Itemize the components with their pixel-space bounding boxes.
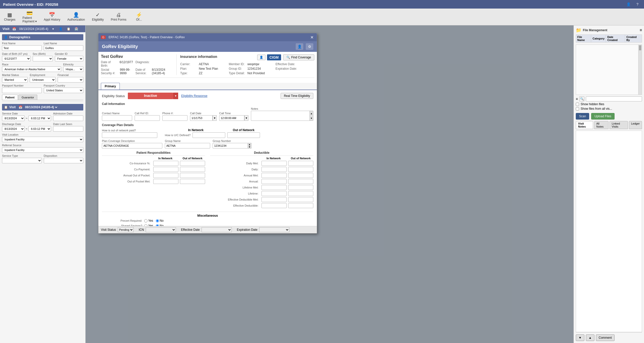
eff-date-select[interactable] (202, 227, 232, 232)
toolbar-print-forms[interactable]: 🖨 Print Forms (109, 11, 128, 22)
network-paid-input[interactable] (102, 132, 157, 138)
call-date-input[interactable] (190, 115, 213, 121)
eff-ded-out-input[interactable] (288, 203, 313, 208)
eff-ded-met-out-input[interactable] (288, 197, 313, 202)
phone-input[interactable] (162, 115, 187, 121)
toolbar-appeals[interactable]: ⚡ Of... (131, 11, 146, 22)
financial-select[interactable] (58, 77, 83, 83)
group-number-scroll[interactable]: ▲ ▼ (248, 143, 251, 148)
annual-oop-in-input[interactable] (153, 173, 178, 178)
down-button[interactable]: ▼ (576, 334, 584, 341)
precert-no-option[interactable]: No (156, 219, 164, 222)
daily-met-in-input[interactable] (261, 161, 287, 166)
gender-select[interactable]: Female (55, 56, 84, 61)
tab-patient[interactable]: Patient (2, 95, 18, 100)
show-all-visits-checkbox[interactable] (576, 107, 579, 110)
last-name-input[interactable] (44, 45, 84, 51)
lifetime-out-input[interactable] (288, 191, 313, 196)
oop-met-in-input[interactable] (153, 179, 178, 184)
help-icon[interactable]: ? (634, 2, 641, 7)
daily-out-input[interactable] (288, 167, 313, 172)
visit-status-select[interactable]: Pending (118, 227, 134, 232)
eligibility-scrollable[interactable]: Eligibility Status Inactive ▾ Eligibilit… (98, 90, 317, 226)
upload-files-button[interactable]: Upload Files (591, 113, 615, 120)
uc-out-input[interactable] (227, 132, 260, 138)
visit-icon3[interactable]: 🏥 (74, 27, 78, 31)
group-number-input[interactable] (213, 143, 248, 148)
find-coverage-button[interactable]: 🔍 Find Coverage (283, 54, 314, 60)
notes-input[interactable] (251, 111, 310, 117)
notes-tab-ledger[interactable]: Ledger (629, 121, 642, 129)
ins-user-icon[interactable]: 👤 (257, 55, 266, 60)
visit-location-select[interactable]: Inpatient Facility (2, 137, 83, 142)
service-date-from-select[interactable]: 8/13/2024 (2, 116, 25, 121)
modal-close-button[interactable]: ✕ (309, 35, 314, 40)
exp-date-select[interactable] (259, 227, 289, 232)
co-payment-out-input[interactable] (180, 167, 205, 172)
visit-icon2[interactable]: 📋 (67, 27, 70, 31)
gorev-user-icon[interactable]: 👤 (296, 43, 303, 50)
daily-met-out-input[interactable] (288, 161, 313, 166)
plan-desc-input[interactable] (102, 143, 162, 148)
notes-tab-all[interactable]: All Notes (594, 121, 609, 129)
toolbar-patient-payment[interactable]: 💳 PatientPayment ▾ (20, 10, 39, 24)
co-payment-in-input[interactable] (153, 167, 178, 172)
icn-select[interactable] (146, 227, 176, 232)
daily-in-input[interactable] (261, 167, 287, 172)
sex-select[interactable] (33, 56, 53, 61)
call-ref-input[interactable] (135, 115, 160, 121)
oop-met-out-input[interactable] (180, 179, 205, 184)
status-dropdown-button[interactable]: ▾ (173, 93, 178, 99)
notes-tab-visit[interactable]: Visit Notes (576, 121, 593, 129)
file-search-input[interactable] (586, 96, 642, 101)
marital-select[interactable]: Married (2, 77, 28, 83)
eff-ded-in-input[interactable] (261, 203, 287, 208)
up-button[interactable]: ▲ (586, 334, 594, 341)
file-mgmt-menu-icon[interactable]: ≡ (640, 28, 642, 32)
ethnicity-select[interactable]: Hispa... (63, 66, 83, 72)
precert-yes-option[interactable]: Yes (144, 219, 153, 222)
eff-ded-met-in-input[interactable] (261, 197, 287, 202)
precert-yes-radio[interactable] (144, 219, 147, 222)
uc-in-input[interactable] (193, 132, 225, 138)
call-time-dropdown[interactable]: ▾ (244, 115, 248, 121)
service-date-to-select[interactable]: 6:03:12 PM (28, 116, 51, 121)
shared-savings-no-radio[interactable] (156, 224, 159, 226)
annual-oop-out-input[interactable] (180, 173, 205, 178)
file-scrollbar[interactable] (638, 45, 642, 95)
passport-country-select[interactable]: United States (44, 88, 84, 93)
gorev-settings-icon[interactable]: ⚙ (306, 43, 313, 50)
visit-icon1[interactable]: 👤 (59, 27, 63, 31)
show-hidden-checkbox[interactable] (576, 103, 579, 106)
annual-out-input[interactable] (288, 179, 313, 184)
referral-source-select[interactable]: Inpatient Facility (2, 147, 83, 153)
dob-select[interactable]: 6/12/1977 (2, 56, 31, 61)
disposition-select[interactable] (44, 158, 84, 163)
annual-in-input[interactable] (261, 179, 287, 184)
notes-scroll[interactable]: ▲ ▼ (310, 111, 313, 121)
real-time-eligibility-button[interactable]: Real Time Eligibility (281, 93, 313, 99)
toolbar-charges[interactable]: ▦ Charges (2, 11, 17, 22)
toolbar-eligibility[interactable]: ✓ Eligibility (90, 11, 106, 22)
first-name-input[interactable] (2, 45, 42, 51)
date-last-seen-input[interactable] (53, 126, 83, 132)
toolbar-appt-history[interactable]: 📅 Appt History (42, 11, 62, 22)
employment-select[interactable]: Unknown (30, 77, 55, 83)
shared-savings-yes-radio[interactable] (144, 224, 147, 226)
notes-tab-linked[interactable]: Linked Visits (610, 121, 628, 129)
annual-met-in-input[interactable] (261, 173, 287, 178)
discharge-from-select[interactable]: 8/13/2024 (2, 126, 25, 132)
comment-button[interactable]: Comment (596, 334, 615, 341)
co-insurance-out-input[interactable] (180, 161, 205, 166)
file-menu-icon[interactable]: ≡ (576, 97, 578, 101)
scan-button[interactable]: Scan (576, 113, 589, 120)
tab-guarantor[interactable]: Guarantor (18, 95, 37, 100)
call-date-dropdown[interactable]: ▾ (213, 115, 217, 121)
service-type-select[interactable] (2, 158, 42, 163)
lifetime-met-in-input[interactable] (261, 185, 287, 190)
contact-name-input[interactable] (102, 115, 132, 121)
admission-date-input[interactable] (53, 116, 83, 121)
passport-num-input[interactable] (2, 88, 42, 93)
tab-primary[interactable]: Primary (101, 83, 120, 90)
toolbar-authorization[interactable]: 👤 Authorization (65, 11, 87, 22)
